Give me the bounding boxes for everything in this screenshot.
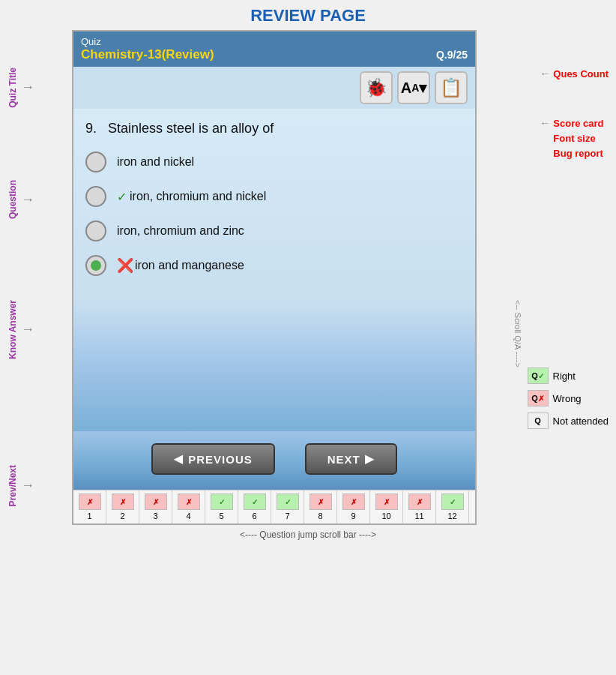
font-size-button[interactable]: AA▾ bbox=[397, 71, 430, 104]
jump-box-12[interactable]: ✓ bbox=[441, 494, 464, 510]
next-button[interactable]: NEXT ▶ bbox=[305, 443, 397, 475]
legend-right-box: Q✓ bbox=[528, 368, 549, 384]
bottom-label: <---- Question jump scroll bar ----> bbox=[0, 530, 616, 540]
option-1-text: iron and nickel bbox=[117, 155, 194, 169]
scorecard-button[interactable]: 📋 bbox=[435, 71, 468, 104]
option-2[interactable]: ✓ iron, chromium and nickel bbox=[85, 186, 463, 207]
jump-item-4[interactable]: ✗ 4 bbox=[172, 490, 205, 524]
prev-label: PREVIOUS bbox=[188, 453, 253, 466]
option-4[interactable]: ❌ iron and manganese bbox=[85, 255, 463, 276]
wrong-cross: ❌ bbox=[117, 257, 133, 274]
jump-num-5: 5 bbox=[219, 512, 223, 520]
jump-num-2: 2 bbox=[120, 512, 124, 520]
radio-2[interactable] bbox=[85, 186, 106, 207]
option-4-text: iron and manganese bbox=[135, 259, 244, 272]
jump-item-3[interactable]: ✗ 3 bbox=[139, 490, 172, 524]
next-label: NEXT bbox=[327, 453, 360, 466]
jump-box-3[interactable]: ✗ bbox=[145, 494, 167, 510]
jump-num-11: 11 bbox=[414, 512, 423, 520]
jump-item-2[interactable]: ✗ 2 bbox=[106, 490, 139, 524]
legend-not-attended-box: Q bbox=[528, 412, 549, 429]
legend-not-attended-label: Not attended bbox=[553, 416, 609, 427]
page-title: REVIEW PAGE bbox=[0, 0, 616, 30]
phone-frame: Quiz Chemistry-13(Review) Q.9/25 🐞 AA▾ 📋… bbox=[72, 30, 477, 525]
legend-wrong: Q✗ Wrong bbox=[528, 390, 609, 406]
radio-selected-indicator bbox=[91, 260, 101, 271]
previous-button[interactable]: ◀ PREVIOUS bbox=[151, 443, 275, 475]
jump-num-4: 4 bbox=[186, 512, 190, 520]
quiz-name: Chemistry-13(Review) bbox=[81, 47, 214, 62]
legend-wrong-label: Wrong bbox=[553, 393, 582, 404]
jump-box-10[interactable]: ✗ bbox=[375, 494, 398, 510]
jump-item-11[interactable]: ✗ 11 bbox=[403, 490, 436, 524]
quiz-label: Quiz bbox=[81, 36, 468, 47]
annotation-bug-report: Bug report bbox=[553, 148, 603, 159]
annotation-score-card: Score card bbox=[553, 118, 603, 129]
question-body: Stainless steel is an alloy of bbox=[108, 121, 274, 136]
right-annotations: ← Ques Count ← Score card ← Font size ← … bbox=[540, 68, 609, 162]
jump-item-12[interactable]: ✓ 12 bbox=[436, 490, 469, 524]
annotation-font-size: Font size bbox=[553, 133, 595, 144]
jump-item-7[interactable]: ✓ 7 bbox=[271, 490, 304, 524]
option-3[interactable]: iron, chromium and zinc bbox=[85, 220, 463, 242]
option-3-text: iron, chromium and zinc bbox=[117, 224, 244, 238]
jump-box-2[interactable]: ✗ bbox=[112, 494, 134, 510]
jump-box-8[interactable]: ✗ bbox=[309, 494, 332, 510]
legend-wrong-box: Q✗ bbox=[528, 390, 549, 406]
jump-box-11[interactable]: ✗ bbox=[408, 494, 431, 510]
quiz-header: Quiz Chemistry-13(Review) Q.9/25 bbox=[73, 32, 475, 67]
jump-box-6[interactable]: ✓ bbox=[244, 494, 266, 510]
jump-item-6[interactable]: ✓ 6 bbox=[238, 490, 271, 524]
question-area: 9. Stainless steel is an alloy of iron a… bbox=[73, 109, 475, 431]
legend-not-attended: Q Not attended bbox=[528, 412, 609, 429]
radio-3[interactable] bbox=[85, 220, 106, 242]
jump-num-6: 6 bbox=[252, 512, 256, 520]
annotation-quiz-title: Quiz Title → bbox=[7, 68, 34, 108]
jump-item-1[interactable]: ✗ 1 bbox=[73, 490, 106, 524]
jump-num-7: 7 bbox=[285, 512, 289, 520]
legend: Q✓ Right Q✗ Wrong Q Not attended bbox=[528, 368, 609, 435]
question-text: 9. Stainless steel is an alloy of bbox=[85, 121, 463, 136]
annotation-know-answer: Know Answer → bbox=[7, 300, 34, 359]
option-2-text: iron, chromium and nickel bbox=[130, 190, 266, 203]
jump-box-9[interactable]: ✗ bbox=[342, 494, 365, 510]
jump-num-8: 8 bbox=[318, 512, 322, 520]
toolbar: 🐞 AA▾ 📋 bbox=[73, 67, 475, 109]
jump-item-8[interactable]: ✗ 8 bbox=[304, 490, 337, 524]
ques-count-display: Q.9/25 bbox=[436, 49, 468, 61]
jump-box-1[interactable]: ✗ bbox=[79, 494, 101, 510]
prev-arrow-left: ◀ bbox=[174, 452, 184, 466]
options-list: iron and nickel ✓ iron, chromium and nic… bbox=[85, 152, 463, 276]
jump-box-7[interactable]: ✓ bbox=[277, 494, 299, 510]
bug-report-button[interactable]: 🐞 bbox=[360, 71, 393, 104]
question-number: 9. bbox=[85, 121, 97, 136]
annotation-prev-next: Prev/Next → bbox=[7, 465, 34, 506]
jump-item-9[interactable]: ✗ 9 bbox=[337, 490, 370, 524]
option-1[interactable]: iron and nickel bbox=[85, 152, 463, 172]
jump-item-5[interactable]: ✓ 5 bbox=[205, 490, 238, 524]
jump-num-3: 3 bbox=[153, 512, 157, 520]
annotation-ques-count: Ques Count bbox=[553, 68, 609, 80]
annotation-question: Question → bbox=[7, 180, 34, 219]
jump-box-4[interactable]: ✗ bbox=[178, 494, 200, 510]
jump-num-1: 1 bbox=[87, 512, 91, 520]
question-jump-scrollbar[interactable]: ✗ 1 ✗ 2 ✗ 3 ✗ bbox=[73, 490, 475, 524]
nav-buttons: ◀ PREVIOUS NEXT ▶ bbox=[73, 431, 475, 490]
radio-4[interactable] bbox=[85, 255, 106, 276]
jump-num-10: 10 bbox=[381, 512, 390, 520]
legend-right: Q✓ Right bbox=[528, 368, 609, 384]
legend-right-label: Right bbox=[553, 370, 576, 382]
next-arrow-right: ▶ bbox=[365, 452, 375, 466]
jump-item-10[interactable]: ✗ 10 bbox=[370, 490, 403, 524]
jump-box-5[interactable]: ✓ bbox=[211, 494, 233, 510]
correct-checkmark: ✓ bbox=[117, 190, 127, 204]
radio-1[interactable] bbox=[85, 152, 106, 172]
jump-num-12: 12 bbox=[447, 512, 456, 520]
scroll-qa-annotation: <-- Scroll Q/A ----> bbox=[513, 300, 522, 368]
jump-num-9: 9 bbox=[351, 512, 355, 520]
